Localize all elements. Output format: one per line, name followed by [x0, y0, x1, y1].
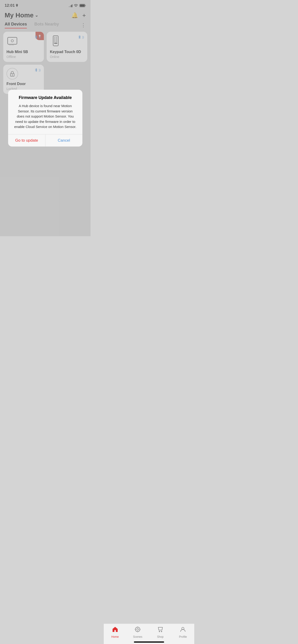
- dialog-body: Firmware Update Available A Hub device i…: [8, 90, 82, 134]
- firmware-update-dialog: Firmware Update Available A Hub device i…: [8, 90, 82, 146]
- go-to-update-button[interactable]: Go to update: [8, 134, 45, 146]
- dialog-title: Firmware Update Available: [14, 95, 77, 100]
- dialog-actions: Go to update Cancel: [8, 134, 82, 146]
- dialog-message: A Hub device is found near Motion Sensor…: [14, 104, 77, 130]
- cancel-button[interactable]: Cancel: [45, 134, 83, 146]
- dialog-overlay: Firmware Update Available A Hub device i…: [0, 0, 91, 236]
